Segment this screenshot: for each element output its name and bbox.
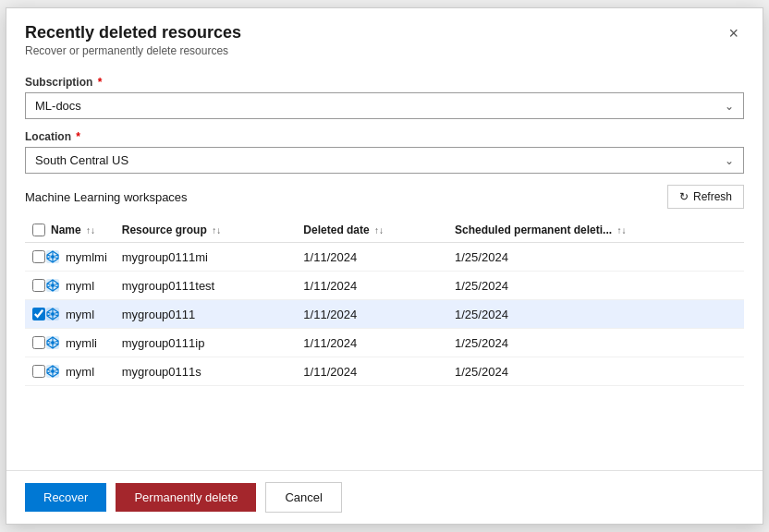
svg-point-29	[51, 341, 55, 345]
workspace-icon	[45, 335, 60, 350]
scheduled-deletion-col-header: Scheduled permanent deleti... ↑↓	[447, 218, 744, 243]
row-resource-group: mygroup0111test	[115, 272, 297, 300]
sort-icon-sched: ↑↓	[616, 225, 626, 236]
refresh-icon: ↻	[679, 190, 689, 203]
row-checkbox-cell: mymlmi	[25, 243, 115, 272]
row-scheduled-deletion: 1/25/2024	[447, 300, 744, 329]
table-row: mymlmygroup0111test1/11/20241/25/2024	[25, 272, 744, 300]
location-dropdown[interactable]: South Central US ⌄	[25, 147, 744, 174]
row-deleted-date: 1/11/2024	[296, 243, 447, 272]
sort-icon-rg: ↑↓	[212, 225, 221, 236]
row-resource-group: mygroup0111s	[115, 357, 297, 386]
row-checkbox[interactable]	[32, 308, 45, 320]
dialog-header: Recently deleted resources Recover or pe…	[6, 8, 763, 65]
dialog-title: Recently deleted resources	[25, 23, 241, 42]
row-scheduled-deletion: 1/25/2024	[447, 272, 744, 300]
dialog-body: Subscription * ML-docs ⌄ Location * Sout…	[6, 65, 763, 470]
sort-icon-date: ↑↓	[374, 225, 384, 236]
workspace-icon	[45, 307, 60, 321]
row-name: mymli	[66, 336, 97, 350]
row-scheduled-deletion: 1/25/2024	[447, 243, 744, 272]
resources-table: Name ↑↓ Resource group ↑↓ Deleted date ↑…	[25, 218, 744, 386]
table-row: mymlmygroup01111/11/20241/25/2024	[25, 300, 744, 329]
dialog: Recently deleted resources Recover or pe…	[6, 7, 763, 525]
location-value: South Central US	[35, 153, 128, 167]
section-header: Machine Learning workspaces ↻ Refresh	[25, 185, 744, 209]
svg-point-2	[51, 255, 55, 259]
workspace-icon	[45, 249, 60, 264]
row-resource-group: mygroup0111	[115, 300, 297, 329]
row-name: mymlmi	[66, 250, 107, 264]
row-checkbox[interactable]	[32, 279, 45, 292]
permanently-delete-button[interactable]: Permanently delete	[116, 483, 256, 512]
refresh-label: Refresh	[693, 190, 732, 203]
row-name: myml	[66, 308, 94, 321]
row-deleted-date: 1/11/2024	[296, 329, 447, 357]
deleted-date-col-header: Deleted date ↑↓	[296, 218, 447, 243]
chevron-down-icon: ⌄	[725, 100, 734, 113]
row-scheduled-deletion: 1/25/2024	[447, 329, 744, 357]
subscription-label: Subscription *	[25, 76, 744, 89]
row-checkbox[interactable]	[32, 365, 45, 378]
dialog-title-group: Recently deleted resources Recover or pe…	[25, 23, 241, 57]
location-label: Location *	[25, 130, 744, 143]
row-checkbox-cell: mymli	[25, 329, 115, 357]
row-scheduled-deletion: 1/25/2024	[447, 357, 744, 386]
row-checkbox-cell: myml	[25, 357, 115, 386]
svg-point-38	[51, 369, 55, 373]
required-star: *	[94, 76, 102, 89]
row-name: myml	[66, 279, 94, 293]
row-deleted-date: 1/11/2024	[296, 272, 447, 300]
table-row: mymlimygroup0111ip1/11/20241/25/2024	[25, 329, 744, 357]
row-resource-group: mygroup0111ip	[115, 329, 297, 357]
dialog-footer: Recover Permanently delete Cancel	[6, 470, 763, 524]
row-deleted-date: 1/11/2024	[296, 357, 447, 386]
table-row: mymlmygroup0111s1/11/20241/25/2024	[25, 357, 744, 386]
row-checkbox[interactable]	[32, 336, 45, 349]
select-all-checkbox[interactable]	[32, 224, 45, 236]
close-button[interactable]: ×	[723, 23, 744, 43]
sort-icon-name: ↑↓	[86, 225, 95, 236]
table-row: mymlmimygroup0111mi1/11/20241/25/2024	[25, 243, 744, 272]
row-name: myml	[66, 365, 94, 379]
recover-button[interactable]: Recover	[25, 483, 106, 512]
row-checkbox-cell: myml	[25, 300, 115, 329]
subscription-dropdown[interactable]: ML-docs ⌄	[25, 92, 744, 119]
workspace-icon	[45, 278, 60, 293]
cancel-button[interactable]: Cancel	[265, 482, 341, 513]
name-col-header: Name ↑↓	[51, 224, 95, 236]
section-label: Machine Learning workspaces	[25, 190, 188, 204]
header-checkbox-cell: Name ↑↓	[25, 218, 115, 243]
subscription-value: ML-docs	[35, 99, 81, 113]
dialog-subtitle: Recover or permanently delete resources	[25, 44, 241, 57]
workspace-icon	[45, 364, 60, 379]
row-checkbox[interactable]	[32, 250, 45, 263]
row-checkbox-cell: myml	[25, 272, 115, 300]
resource-group-col-header: Resource group ↑↓	[115, 218, 297, 243]
refresh-button[interactable]: ↻ Refresh	[667, 185, 744, 209]
row-resource-group: mygroup0111mi	[115, 243, 297, 272]
chevron-down-icon-location: ⌄	[725, 154, 734, 167]
row-deleted-date: 1/11/2024	[296, 300, 447, 329]
svg-point-20	[51, 312, 55, 316]
required-star-location: *	[73, 130, 80, 143]
svg-point-11	[51, 284, 55, 287]
